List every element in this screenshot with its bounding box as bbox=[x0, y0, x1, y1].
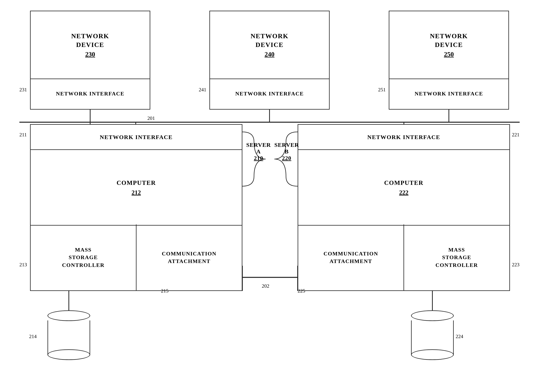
serverA-computer-num: 212 bbox=[132, 189, 141, 196]
serverB-tag: SERVER B 220 bbox=[274, 142, 299, 161]
serverB-computer-label: COMPUTER bbox=[384, 179, 424, 187]
nd240-top: NETWORK DEVICE 240 bbox=[210, 11, 329, 79]
ref-241: 241 bbox=[199, 87, 206, 93]
ref-224: 224 bbox=[456, 334, 463, 339]
nd240-label: NETWORK DEVICE bbox=[250, 32, 288, 49]
serverB-box: NETWORK INTERFACE COMPUTER 222 COMMUNICA… bbox=[298, 124, 510, 291]
nd250-label: NETWORK DEVICE bbox=[430, 32, 468, 49]
ref-201: 201 bbox=[147, 116, 155, 121]
serverB-computer: COMPUTER 222 bbox=[298, 150, 509, 226]
serverB-tag-num: 220 bbox=[274, 155, 299, 161]
nd240-box: NETWORK DEVICE 240 NETWORK INTERFACE bbox=[210, 11, 330, 110]
serverA-msc: MASS STORAGE CONTROLLER bbox=[31, 224, 136, 290]
ref-221: 221 bbox=[512, 132, 520, 138]
cyl-b-top bbox=[411, 310, 454, 321]
serverA-tag: SERVER A 210 bbox=[246, 142, 271, 161]
serverB-ca: COMMUNICATION ATTACHMENT bbox=[298, 224, 404, 290]
ref-251: 251 bbox=[378, 87, 386, 93]
serverA-tag-letter: A bbox=[246, 148, 271, 155]
nd230-top: NETWORK DEVICE 230 bbox=[31, 11, 150, 79]
ref-215: 215 bbox=[161, 288, 169, 294]
serverA-ca-label: COMMUNICATION ATTACHMENT bbox=[162, 250, 216, 265]
serverA-ni: NETWORK INTERFACE bbox=[31, 125, 242, 150]
serverB-computer-num: 222 bbox=[399, 189, 409, 196]
cyl-a-body bbox=[48, 320, 90, 355]
nd230-box: NETWORK DEVICE 230 NETWORK INTERFACE bbox=[30, 11, 150, 110]
cyl-a-bottom bbox=[48, 349, 90, 360]
diagram: NETWORK DEVICE 230 NETWORK INTERFACE 231… bbox=[0, 0, 540, 392]
cyl-b-body bbox=[411, 320, 454, 355]
serverA-computer-label: COMPUTER bbox=[116, 179, 156, 187]
ref-223: 223 bbox=[512, 262, 520, 268]
nd250-num: 250 bbox=[444, 51, 454, 58]
serverA-tag-num: 210 bbox=[246, 155, 271, 161]
ref-231: 231 bbox=[19, 87, 27, 93]
nd250-top: NETWORK DEVICE 250 bbox=[389, 11, 508, 79]
serverB-bottom-row: COMMUNICATION ATTACHMENT MASS STORAGE CO… bbox=[298, 224, 509, 290]
nd250-box: NETWORK DEVICE 250 NETWORK INTERFACE bbox=[389, 11, 509, 110]
serverB-ni: NETWORK INTERFACE bbox=[298, 125, 509, 150]
ref-225: 225 bbox=[298, 288, 305, 294]
ref-214: 214 bbox=[29, 334, 37, 339]
serverB-tag-letter: B bbox=[274, 148, 299, 155]
serverB-msc: MASS STORAGE CONTROLLER bbox=[404, 224, 509, 290]
ref-213: 213 bbox=[19, 262, 27, 268]
storage-a bbox=[48, 310, 90, 355]
serverA-computer: COMPUTER 212 bbox=[31, 150, 242, 226]
serverA-ni-label: NETWORK INTERFACE bbox=[100, 133, 173, 141]
nd240-ni-label: NETWORK INTERFACE bbox=[235, 90, 304, 97]
serverB-msc-label: MASS STORAGE CONTROLLER bbox=[435, 246, 478, 269]
serverB-tag-label: SERVER bbox=[274, 142, 299, 148]
nd230-ni: NETWORK INTERFACE bbox=[31, 78, 150, 109]
nd230-label: NETWORK DEVICE bbox=[71, 32, 109, 49]
serverA-ca: COMMUNICATION ATTACHMENT bbox=[136, 224, 242, 290]
ref-202: 202 bbox=[262, 283, 269, 289]
nd240-num: 240 bbox=[265, 51, 275, 58]
nd250-ni-label: NETWORK INTERFACE bbox=[415, 90, 483, 97]
serverA-msc-label: MASS STORAGE CONTROLLER bbox=[62, 246, 105, 269]
serverA-bottom-row: MASS STORAGE CONTROLLER COMMUNICATION AT… bbox=[31, 224, 242, 290]
nd230-num: 230 bbox=[85, 51, 95, 58]
cyl-b-bottom bbox=[411, 349, 454, 360]
nd250-ni: NETWORK INTERFACE bbox=[389, 78, 508, 109]
cyl-a-top bbox=[48, 310, 90, 321]
storage-b bbox=[411, 310, 454, 355]
serverA-tag-label: SERVER bbox=[246, 142, 271, 148]
nd230-ni-label: NETWORK INTERFACE bbox=[56, 90, 124, 97]
ref-211: 211 bbox=[19, 132, 27, 138]
serverA-box: NETWORK INTERFACE COMPUTER 212 MASS STOR… bbox=[30, 124, 242, 291]
serverB-ni-label: NETWORK INTERFACE bbox=[367, 133, 440, 141]
serverB-ca-label: COMMUNICATION ATTACHMENT bbox=[323, 250, 378, 265]
nd240-ni: NETWORK INTERFACE bbox=[210, 78, 329, 109]
